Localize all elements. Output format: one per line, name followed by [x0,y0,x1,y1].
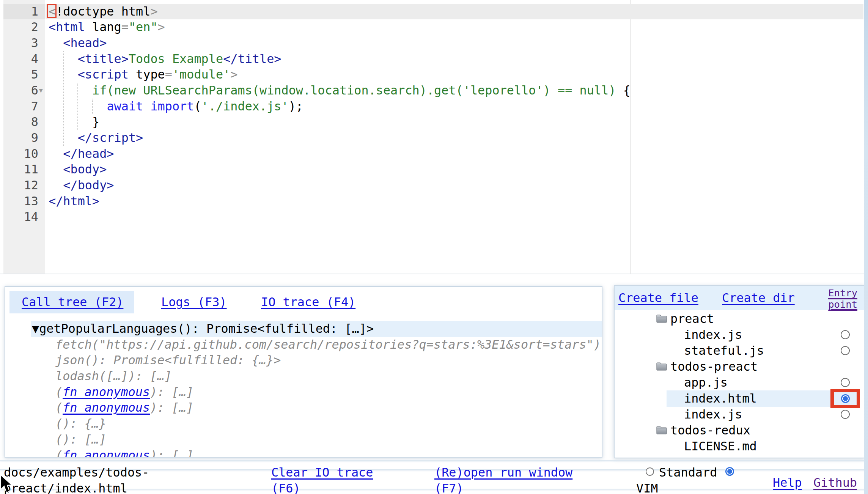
code-line[interactable]: </html> [49,194,631,209]
call-tree-row[interactable]: fetch("https://api.github.com/search/rep… [55,337,602,353]
file-tree: preactindex.jsstateful.jstodos-preactapp… [615,311,864,454]
reopen-run-window-button[interactable]: (Re)open run window [434,464,572,480]
window-right-edge [864,0,868,494]
fold-arrow-icon[interactable]: ▼ [39,83,48,99]
github-link[interactable]: Github [813,475,857,491]
code-line[interactable]: <html lang="en"> [49,19,631,35]
call-tree-row[interactable]: (fn_anonymous): […] [55,448,602,458]
file-name: todos-preact [670,359,758,374]
tab-logs[interactable]: Logs (F3) [161,291,227,313]
mouse-cursor [0,474,14,494]
line-number: 13 [3,194,38,209]
file-tree-row-todos-preact[interactable]: todos-preact [615,359,864,374]
folder-icon [656,426,667,434]
code-line[interactable]: </body> [49,178,631,194]
line-number: 6▼ [3,83,38,99]
code-line[interactable]: <head> [49,35,631,51]
anonymous-function-link[interactable]: fn_anonymous [63,385,150,399]
file-name: LICENSE.md [684,438,757,454]
entry-point-radio-unchecked[interactable] [841,346,850,355]
call-tree-row[interactable]: (fn_anonymous): […] [55,400,602,416]
file-name: index.js [684,406,742,422]
entry-point-radio-unchecked[interactable] [841,410,850,419]
call-tree-row[interactable]: (fn_anonymous): […] [55,384,602,400]
code-line[interactable]: <!doctype html> [49,4,631,20]
keybindings-vim-label: VIM [636,480,658,494]
clear-io-trace-button[interactable]: Clear IO trace [271,464,373,480]
line-number: 11 [3,162,38,178]
file-name: index.js [684,327,742,343]
file-tree-row-preact[interactable]: preact [615,311,864,327]
code-line[interactable]: <script type='module'> [49,67,631,83]
anonymous-function-link[interactable]: fn_anonymous [63,448,150,458]
separator [0,489,868,489]
call-tree-row[interactable]: (): {…} [55,416,602,432]
file-tree-row-app.js[interactable]: app.js [615,374,864,390]
file-tree-row-LICENSE.md[interactable]: LICENSE.md [615,438,864,454]
file-name: todos-redux [670,422,750,438]
file-panel-header: Create file Create dir Entry point [615,286,864,310]
separator [0,460,868,461]
call-tree-panel: Call tree (F2) Logs (F3) IO trace (F4) ▼… [5,286,602,458]
line-number: 3 [3,35,38,51]
file-tree-row-index.js[interactable]: index.js [615,327,864,343]
current-file-path-line2: preact/index.html [4,480,127,494]
entry-point-attention-box [830,389,860,408]
code-line[interactable]: </head> [49,146,631,162]
help-link[interactable]: Help [773,475,802,491]
create-file-button[interactable]: Create file [618,286,698,310]
keybindings-standard-radio[interactable] [646,467,654,476]
code-line[interactable]: await import('./index.js'); [49,99,631,115]
file-name: stateful.js [684,343,764,359]
entry-point-header[interactable]: Entry point [828,287,857,310]
current-file-path-line1: docs/examples/todos- [4,464,149,480]
code-line[interactable]: } [49,114,631,130]
file-tree-row-index.html[interactable]: index.html [615,390,864,406]
call-tree: ▼getPopularLanguages(): Promise<fulfille… [5,321,602,458]
status-bar: docs/examples/todos- preact/index.html C… [0,458,868,494]
call-tree-row[interactable]: (): […] [55,432,602,448]
code-editor[interactable]: 123456▼7891011121314 <!doctype html><htm… [0,0,868,274]
line-number: 5 [3,67,38,83]
file-name: app.js [684,374,728,390]
line-number: 8 [3,114,38,130]
file-name: preact [670,311,714,327]
line-number: 12 [3,178,38,194]
reopen-run-window-button-f7[interactable]: (F7) [434,480,464,494]
line-numbers: 123456▼7891011121314 [3,4,38,225]
line-number: 10 [3,146,38,162]
call-tree-row[interactable]: lodash([…]): […] [55,368,602,384]
code-line[interactable]: <body> [49,162,631,178]
editor-gutter[interactable]: 123456▼7891011121314 [3,0,45,274]
file-name: index.html [684,390,757,406]
line-number: 7 [3,99,38,115]
code-line[interactable]: if(new URLSearchParams(window.location.s… [49,83,631,99]
create-dir-button[interactable]: Create dir [722,286,795,310]
tab-call-tree[interactable]: Call tree (F2) [22,291,123,313]
folder-icon [656,314,667,323]
entry-point-radio-unchecked[interactable] [841,378,850,387]
call-tree-row[interactable]: json(): Promise<fulfilled: {…}> [55,352,602,368]
matching-bracket-error-box [47,4,57,18]
clear-io-trace-button-f6[interactable]: (F6) [271,480,300,494]
code-line[interactable] [49,209,631,225]
line-number: 14 [3,209,38,225]
keybindings-standard-label: Standard [659,464,717,480]
call-tree-row[interactable]: ▼getPopularLanguages(): Promise<fulfille… [31,321,602,337]
line-number: 9 [3,130,38,146]
line-number: 2 [3,19,38,35]
file-tree-row-index.js[interactable]: index.js [615,406,864,422]
entry-point-radio-unchecked[interactable] [841,330,850,339]
file-tree-panel: Create file Create dir Entry point preac… [614,285,865,458]
code-line[interactable]: </script> [49,130,631,146]
anonymous-function-link[interactable]: fn_anonymous [63,400,150,415]
code-lines[interactable]: <!doctype html><html lang="en"> <head> <… [49,4,631,225]
code-line[interactable]: <title>Todos Example</title> [49,51,631,67]
line-number: 1 [3,4,38,20]
file-tree-row-todos-redux[interactable]: todos-redux [615,422,864,438]
keybindings-vim-radio[interactable] [725,467,734,476]
file-tree-row-stateful.js[interactable]: stateful.js [615,343,864,359]
folder-icon [656,362,667,371]
tab-io-trace[interactable]: IO trace (F4) [261,291,355,313]
line-number: 4 [3,51,38,67]
